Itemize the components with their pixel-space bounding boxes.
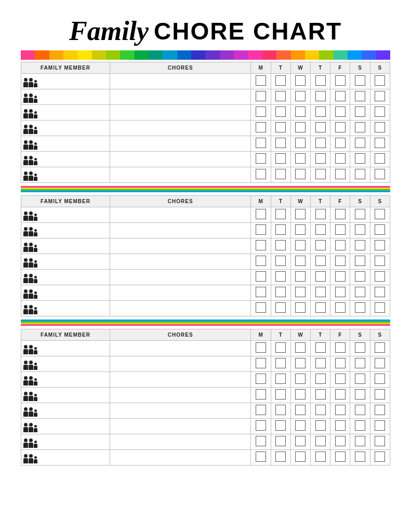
day-checkbox[interactable]	[355, 169, 365, 179]
day-cell[interactable]	[311, 74, 330, 89]
day-cell[interactable]	[290, 238, 310, 254]
day-checkbox[interactable]	[335, 389, 346, 400]
day-cell[interactable]	[251, 74, 271, 89]
day-checkbox[interactable]	[295, 358, 306, 368]
day-checkbox[interactable]	[375, 75, 385, 86]
day-checkbox[interactable]	[295, 451, 306, 462]
day-cell[interactable]	[350, 223, 370, 238]
day-checkbox[interactable]	[256, 107, 266, 117]
day-cell[interactable]	[271, 356, 290, 372]
day-cell[interactable]	[290, 152, 310, 167]
chores-cell[interactable]	[110, 285, 251, 301]
day-cell[interactable]	[271, 301, 290, 316]
day-checkbox[interactable]	[375, 271, 385, 282]
day-cell[interactable]	[330, 270, 350, 285]
chores-cell[interactable]	[110, 270, 251, 285]
day-checkbox[interactable]	[315, 271, 326, 282]
day-cell[interactable]	[370, 301, 390, 316]
day-checkbox[interactable]	[256, 374, 266, 384]
day-checkbox[interactable]	[355, 389, 365, 400]
day-cell[interactable]	[330, 152, 350, 167]
day-checkbox[interactable]	[295, 389, 306, 400]
day-cell[interactable]	[350, 403, 370, 419]
day-cell[interactable]	[251, 105, 271, 121]
day-cell[interactable]	[350, 74, 370, 89]
day-checkbox[interactable]	[315, 240, 326, 250]
day-checkbox[interactable]	[315, 389, 326, 400]
day-checkbox[interactable]	[256, 209, 266, 219]
day-cell[interactable]	[370, 167, 390, 183]
day-checkbox[interactable]	[335, 256, 346, 266]
day-cell[interactable]	[271, 254, 290, 270]
day-cell[interactable]	[271, 152, 290, 167]
day-cell[interactable]	[290, 341, 310, 356]
day-cell[interactable]	[350, 434, 370, 450]
day-checkbox[interactable]	[256, 153, 266, 164]
day-checkbox[interactable]	[275, 420, 286, 431]
day-checkbox[interactable]	[295, 420, 306, 431]
chores-cell[interactable]	[110, 419, 251, 434]
day-cell[interactable]	[350, 136, 370, 152]
day-checkbox[interactable]	[275, 75, 286, 86]
day-checkbox[interactable]	[315, 451, 326, 462]
day-checkbox[interactable]	[355, 271, 365, 282]
day-cell[interactable]	[350, 301, 370, 316]
day-cell[interactable]	[271, 285, 290, 301]
day-checkbox[interactable]	[335, 436, 346, 446]
day-cell[interactable]	[350, 238, 370, 254]
day-checkbox[interactable]	[355, 224, 365, 235]
day-checkbox[interactable]	[375, 420, 385, 431]
day-checkbox[interactable]	[375, 209, 385, 219]
day-checkbox[interactable]	[275, 169, 286, 179]
chores-cell[interactable]	[110, 89, 251, 105]
day-checkbox[interactable]	[355, 75, 365, 86]
chores-cell[interactable]	[110, 434, 251, 450]
day-cell[interactable]	[330, 254, 350, 270]
day-cell[interactable]	[251, 356, 271, 372]
day-cell[interactable]	[251, 301, 271, 316]
chores-cell[interactable]	[110, 372, 251, 388]
day-checkbox[interactable]	[355, 287, 365, 297]
day-checkbox[interactable]	[315, 420, 326, 431]
day-checkbox[interactable]	[375, 342, 385, 353]
day-cell[interactable]	[330, 356, 350, 372]
day-cell[interactable]	[370, 238, 390, 254]
day-checkbox[interactable]	[315, 122, 326, 132]
day-cell[interactable]	[370, 152, 390, 167]
day-checkbox[interactable]	[295, 405, 306, 415]
day-cell[interactable]	[251, 238, 271, 254]
day-cell[interactable]	[290, 167, 310, 183]
day-checkbox[interactable]	[375, 451, 385, 462]
day-cell[interactable]	[290, 356, 310, 372]
day-cell[interactable]	[370, 207, 390, 223]
day-checkbox[interactable]	[355, 342, 365, 353]
day-checkbox[interactable]	[335, 91, 346, 101]
day-cell[interactable]	[251, 434, 271, 450]
day-checkbox[interactable]	[315, 256, 326, 266]
day-cell[interactable]	[311, 434, 330, 450]
day-checkbox[interactable]	[315, 287, 326, 297]
day-cell[interactable]	[271, 89, 290, 105]
day-checkbox[interactable]	[315, 342, 326, 353]
day-checkbox[interactable]	[275, 302, 286, 313]
day-checkbox[interactable]	[256, 138, 266, 148]
day-checkbox[interactable]	[256, 358, 266, 368]
day-checkbox[interactable]	[256, 420, 266, 431]
day-cell[interactable]	[350, 450, 370, 466]
day-checkbox[interactable]	[275, 358, 286, 368]
day-checkbox[interactable]	[256, 169, 266, 179]
day-checkbox[interactable]	[295, 138, 306, 148]
day-cell[interactable]	[350, 270, 370, 285]
day-checkbox[interactable]	[355, 240, 365, 250]
chores-cell[interactable]	[110, 136, 251, 152]
day-checkbox[interactable]	[275, 224, 286, 235]
day-checkbox[interactable]	[295, 256, 306, 266]
chores-cell[interactable]	[110, 167, 251, 183]
day-checkbox[interactable]	[315, 169, 326, 179]
day-checkbox[interactable]	[256, 122, 266, 132]
day-cell[interactable]	[290, 403, 310, 419]
day-checkbox[interactable]	[295, 75, 306, 86]
day-cell[interactable]	[271, 403, 290, 419]
day-cell[interactable]	[370, 105, 390, 121]
day-checkbox[interactable]	[256, 271, 266, 282]
